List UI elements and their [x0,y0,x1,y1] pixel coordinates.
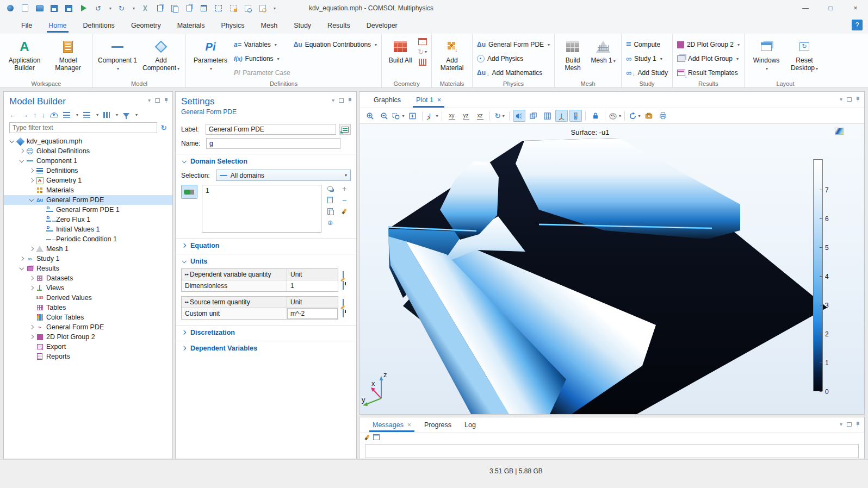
pin-icon[interactable] [856,422,860,427]
save-icon[interactable] [49,4,59,13]
message-table-icon[interactable] [373,434,380,442]
menu-tab-materials[interactable]: Materials [169,18,213,33]
compute-button[interactable]: =Compute [626,38,668,51]
collapse-all-icon[interactable] [63,112,70,118]
tree-item-definitions[interactable]: Definitions [4,166,172,176]
parameters-button[interactable]: Pi Parameters▾ [190,36,231,77]
update-plot-icon[interactable]: ▾ [628,110,641,122]
axis-orientation-icon[interactable] [555,110,568,122]
minimize-button[interactable]: — [793,0,818,16]
unit-entry-icon[interactable] [343,281,344,289]
unit-entry-icon[interactable] [343,309,344,317]
zoom-box-icon[interactable]: ▾ [392,110,405,122]
tab-log[interactable]: Log [458,418,482,431]
default-view-icon[interactable]: ▾ [426,110,438,122]
tree-item-zero-flux-1[interactable]: Zero Flux 1 [4,215,172,224]
float-panel-icon[interactable] [339,98,344,103]
grid-icon[interactable] [541,110,554,122]
scene-light-icon[interactable] [513,110,525,122]
tree-item-mesh-1[interactable]: Mesh 1 [4,244,172,254]
import-geometry-icon[interactable] [418,38,427,45]
quantity-cell[interactable]: Dimensionless [182,280,287,291]
edit-units-icon[interactable] [343,272,344,279]
tree-item-views[interactable]: Views [4,283,172,293]
variables-button[interactable]: a=Variables▾ [234,38,290,51]
expand-all-icon[interactable] [83,112,90,118]
tree-item-color-tables[interactable]: Color Tables [4,312,172,322]
quantity-cell[interactable]: Custom unit [182,308,287,319]
panel-menu-caret-icon[interactable]: ▾ [840,96,842,102]
float-panel-icon[interactable] [155,98,160,103]
add-component-button[interactable]: Add Component▾ [141,36,181,77]
messages-output[interactable] [365,444,859,458]
application-builder-button[interactable]: A Application Builder [4,36,45,77]
result-templates-button[interactable]: Result Templates [677,66,740,79]
add-to-selection-icon[interactable]: + [340,185,349,192]
clear-selection-icon[interactable] [340,208,349,215]
tree-item-results[interactable]: Results [4,264,172,273]
cut-icon[interactable] [140,4,150,13]
tree-item-periodic-condition-1[interactable]: Periodic Condition 1 [4,234,172,244]
active-toggle-button[interactable] [181,185,197,199]
build-all-button[interactable]: Build All [386,36,414,77]
print-icon[interactable] [656,110,669,122]
virtual-operations-icon[interactable] [418,59,427,66]
run-icon[interactable] [79,4,88,13]
view-yz-icon[interactable]: yz [460,110,472,122]
mesh-1-button[interactable]: Mesh 1▾ [590,36,617,77]
save-as-icon[interactable] [64,4,73,13]
plot-thumbnail-icon[interactable] [835,128,844,135]
clear-messages-icon[interactable] [366,434,368,442]
move-up-icon[interactable]: ↑ [33,111,37,119]
tree-item-materials[interactable]: Materials [4,185,172,195]
plot-group-dropdown[interactable]: 2D Plot Group 2▾ [677,38,740,51]
create-selection-icon[interactable] [326,185,334,192]
windows-button[interactable]: Windows▾ [749,36,784,77]
menu-tab-results[interactable]: Results [319,18,358,33]
section-units[interactable]: Units [176,254,356,266]
tree-item-results-general-form-pde[interactable]: ~General Form PDE [4,322,172,332]
section-equation[interactable]: Equation [176,238,356,251]
find-icon[interactable] [243,4,252,13]
tab-plot-1[interactable]: Plot 1× [408,93,449,107]
caret-icon[interactable]: ▾ [135,112,138,117]
lock-icon[interactable] [589,110,602,122]
tree-item-general-form-pde[interactable]: ΔuGeneral Form PDE [4,195,172,205]
duplicate-icon[interactable] [184,4,194,13]
build-mesh-button[interactable]: Build Mesh [559,36,586,77]
add-material-button[interactable]: Add Material [436,36,468,77]
selection-list[interactable]: 1 [202,185,321,233]
show-icon[interactable] [50,112,58,117]
pin-icon[interactable] [348,98,352,103]
tree-item-global-definitions[interactable]: Global Definitions [4,146,172,156]
tree-item-component-1[interactable]: Component 1 [4,156,172,166]
toolbar-options-caret-icon[interactable]: ▾ [274,6,276,11]
filter-input[interactable] [9,122,157,133]
plot-canvas[interactable]: z x y Surface: -u1 7 6 5 4 3 2 1 0 [359,124,864,414]
tree-item-initial-values-1[interactable]: Initial Values 1 [4,224,172,234]
close-tab-icon[interactable]: × [437,96,441,104]
close-tab-icon[interactable]: × [407,421,411,429]
tree-item-2d-plot-group-2[interactable]: 2D Plot Group 2 [4,332,172,342]
caret-icon[interactable]: ▾ [116,112,118,117]
section-dependent-variables[interactable]: Dependent Variables [176,341,356,353]
component-1-button[interactable]: Component 1▾ [97,36,138,77]
tree-item-geometry-1[interactable]: AGeometry 1 [4,176,172,185]
unit-cell[interactable]: m^-2 [287,308,338,319]
tree-item-datasets[interactable]: Datasets [4,273,172,283]
view-xz-icon[interactable]: xz [474,110,486,122]
equation-contributions-button[interactable]: ΔuEquation Contributions▾ [294,38,377,51]
menu-tab-home[interactable]: Home [40,18,75,33]
redo-icon[interactable]: ↻ [117,4,126,13]
add-mathematics-button[interactable]: Δu↓Add Mathematics [477,66,550,79]
rotate-icon[interactable]: ↻▾ [493,110,506,122]
reset-desktop-button[interactable]: ↻ Reset Desktop▾ [787,36,822,77]
copy-selection-icon[interactable] [326,196,334,204]
functions-button[interactable]: f(x)Functions▾ [234,52,290,65]
select-box-icon[interactable] [214,4,223,13]
help-button[interactable]: ? [852,20,863,30]
section-domain-selection[interactable]: Domain Selection [176,154,356,166]
add-study-button[interactable]: ∞↓Add Study [626,66,668,79]
undo-caret-icon[interactable]: ▾ [109,6,111,11]
rebuild-icon[interactable]: ↻▾ [418,48,427,56]
